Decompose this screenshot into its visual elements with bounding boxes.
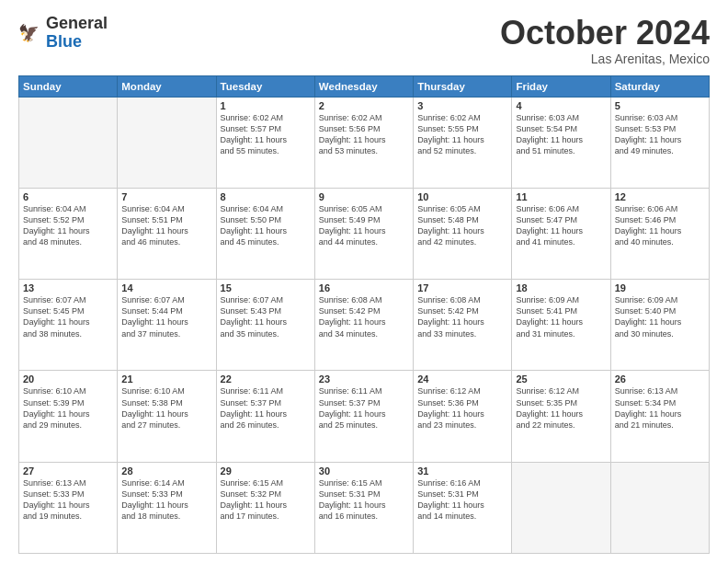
- table-row: 21Sunrise: 6:10 AMSunset: 5:38 PMDayligh…: [118, 371, 216, 462]
- col-tuesday: Tuesday: [216, 75, 314, 97]
- day-info: Sunrise: 6:07 AMSunset: 5:45 PMDaylight:…: [23, 294, 113, 339]
- col-wednesday: Wednesday: [314, 75, 413, 97]
- day-number: 27: [23, 465, 113, 477]
- day-number: 31: [417, 465, 507, 477]
- calendar-week-row: 20Sunrise: 6:10 AMSunset: 5:39 PMDayligh…: [19, 371, 710, 462]
- day-number: 20: [23, 373, 113, 385]
- day-number: 11: [516, 191, 606, 202]
- day-number: 6: [23, 191, 113, 202]
- table-row: 6Sunrise: 6:04 AMSunset: 5:52 PMDaylight…: [19, 188, 118, 279]
- table-row: 23Sunrise: 6:11 AMSunset: 5:37 PMDayligh…: [314, 371, 413, 462]
- table-row: 29Sunrise: 6:15 AMSunset: 5:32 PMDayligh…: [216, 462, 314, 553]
- title-area: October 2024 Las Arenitas, Mexico: [500, 15, 710, 66]
- col-sunday: Sunday: [19, 75, 118, 97]
- day-number: 10: [417, 191, 507, 202]
- day-number: 8: [221, 191, 311, 202]
- day-info: Sunrise: 6:15 AMSunset: 5:31 PMDaylight:…: [319, 477, 409, 523]
- day-info: Sunrise: 6:09 AMSunset: 5:40 PMDaylight:…: [615, 294, 705, 339]
- day-number: 7: [121, 191, 211, 202]
- day-info: Sunrise: 6:11 AMSunset: 5:37 PMDaylight:…: [319, 385, 409, 431]
- table-row: 10Sunrise: 6:05 AMSunset: 5:48 PMDayligh…: [414, 188, 512, 279]
- day-number: 9: [319, 191, 409, 202]
- day-number: 25: [516, 373, 606, 385]
- day-info: Sunrise: 6:04 AMSunset: 5:50 PMDaylight:…: [221, 203, 311, 248]
- col-thursday: Thursday: [414, 75, 512, 97]
- day-info: Sunrise: 6:08 AMSunset: 5:42 PMDaylight:…: [417, 294, 507, 339]
- logo-bird-icon: 🦅: [18, 20, 44, 46]
- day-info: Sunrise: 6:07 AMSunset: 5:43 PMDaylight:…: [221, 294, 311, 339]
- day-number: 29: [221, 465, 311, 477]
- table-row: 24Sunrise: 6:12 AMSunset: 5:36 PMDayligh…: [414, 371, 512, 462]
- day-info: Sunrise: 6:09 AMSunset: 5:41 PMDaylight:…: [516, 294, 606, 339]
- day-info: Sunrise: 6:12 AMSunset: 5:35 PMDaylight:…: [516, 385, 606, 431]
- table-row: 16Sunrise: 6:08 AMSunset: 5:42 PMDayligh…: [314, 280, 413, 371]
- table-row: [610, 462, 709, 553]
- table-row: 28Sunrise: 6:14 AMSunset: 5:33 PMDayligh…: [118, 462, 216, 553]
- day-number: 4: [516, 100, 606, 111]
- day-info: Sunrise: 6:13 AMSunset: 5:33 PMDaylight:…: [23, 477, 113, 523]
- svg-text:🦅: 🦅: [18, 22, 40, 42]
- day-info: Sunrise: 6:02 AMSunset: 5:57 PMDaylight:…: [221, 112, 311, 157]
- table-row: 19Sunrise: 6:09 AMSunset: 5:40 PMDayligh…: [610, 280, 709, 371]
- table-row: 12Sunrise: 6:06 AMSunset: 5:46 PMDayligh…: [610, 188, 709, 279]
- table-row: [19, 97, 118, 188]
- day-number: 28: [121, 465, 211, 477]
- month-title: October 2024: [500, 15, 710, 52]
- logo-general: General: [46, 14, 108, 32]
- day-number: 24: [417, 373, 507, 385]
- table-row: 18Sunrise: 6:09 AMSunset: 5:41 PMDayligh…: [512, 280, 610, 371]
- page: 🦅 General Blue October 2024 Las Arenitas…: [0, 0, 728, 563]
- day-number: 16: [319, 282, 409, 293]
- day-number: 14: [121, 282, 211, 293]
- day-info: Sunrise: 6:10 AMSunset: 5:38 PMDaylight:…: [121, 385, 211, 431]
- day-number: 21: [121, 373, 211, 385]
- day-info: Sunrise: 6:06 AMSunset: 5:46 PMDaylight:…: [615, 203, 705, 248]
- day-number: 3: [417, 100, 507, 111]
- table-row: 22Sunrise: 6:11 AMSunset: 5:37 PMDayligh…: [216, 371, 314, 462]
- day-info: Sunrise: 6:07 AMSunset: 5:44 PMDaylight:…: [121, 294, 211, 339]
- header: 🦅 General Blue October 2024 Las Arenitas…: [18, 15, 710, 66]
- day-info: Sunrise: 6:02 AMSunset: 5:55 PMDaylight:…: [417, 112, 507, 157]
- table-row: 5Sunrise: 6:03 AMSunset: 5:53 PMDaylight…: [610, 97, 709, 188]
- table-row: 15Sunrise: 6:07 AMSunset: 5:43 PMDayligh…: [216, 280, 314, 371]
- table-row: 26Sunrise: 6:13 AMSunset: 5:34 PMDayligh…: [610, 371, 709, 462]
- day-number: 13: [23, 282, 113, 293]
- day-number: 15: [221, 282, 311, 293]
- day-number: 17: [417, 282, 507, 293]
- day-number: 19: [615, 282, 705, 293]
- col-monday: Monday: [118, 75, 216, 97]
- day-number: 23: [319, 373, 409, 385]
- location: Las Arenitas, Mexico: [500, 52, 710, 66]
- table-row: 9Sunrise: 6:05 AMSunset: 5:49 PMDaylight…: [314, 188, 413, 279]
- calendar-week-row: 13Sunrise: 6:07 AMSunset: 5:45 PMDayligh…: [19, 280, 710, 371]
- calendar-week-row: 6Sunrise: 6:04 AMSunset: 5:52 PMDaylight…: [19, 188, 710, 279]
- day-number: 30: [319, 465, 409, 477]
- calendar-week-row: 27Sunrise: 6:13 AMSunset: 5:33 PMDayligh…: [19, 462, 710, 553]
- table-row: 14Sunrise: 6:07 AMSunset: 5:44 PMDayligh…: [118, 280, 216, 371]
- day-number: 22: [221, 373, 311, 385]
- table-row: [118, 97, 216, 188]
- day-info: Sunrise: 6:02 AMSunset: 5:56 PMDaylight:…: [319, 112, 409, 157]
- col-saturday: Saturday: [610, 75, 709, 97]
- table-row: 17Sunrise: 6:08 AMSunset: 5:42 PMDayligh…: [414, 280, 512, 371]
- table-row: 8Sunrise: 6:04 AMSunset: 5:50 PMDaylight…: [216, 188, 314, 279]
- table-row: 31Sunrise: 6:16 AMSunset: 5:31 PMDayligh…: [414, 462, 512, 553]
- calendar-table: Sunday Monday Tuesday Wednesday Thursday…: [18, 75, 710, 554]
- day-info: Sunrise: 6:04 AMSunset: 5:52 PMDaylight:…: [23, 203, 113, 248]
- table-row: 1Sunrise: 6:02 AMSunset: 5:57 PMDaylight…: [216, 97, 314, 188]
- table-row: 13Sunrise: 6:07 AMSunset: 5:45 PMDayligh…: [19, 280, 118, 371]
- calendar-header-row: Sunday Monday Tuesday Wednesday Thursday…: [19, 75, 710, 97]
- table-row: 2Sunrise: 6:02 AMSunset: 5:56 PMDaylight…: [314, 97, 413, 188]
- day-info: Sunrise: 6:15 AMSunset: 5:32 PMDaylight:…: [221, 477, 311, 523]
- table-row: 3Sunrise: 6:02 AMSunset: 5:55 PMDaylight…: [414, 97, 512, 188]
- logo-blue: Blue: [46, 32, 82, 51]
- day-info: Sunrise: 6:16 AMSunset: 5:31 PMDaylight:…: [417, 477, 507, 523]
- day-number: 18: [516, 282, 606, 293]
- table-row: 30Sunrise: 6:15 AMSunset: 5:31 PMDayligh…: [314, 462, 413, 553]
- table-row: 25Sunrise: 6:12 AMSunset: 5:35 PMDayligh…: [512, 371, 610, 462]
- logo-text: General Blue: [46, 15, 108, 52]
- day-number: 2: [319, 100, 409, 111]
- day-number: 5: [615, 100, 705, 111]
- table-row: 20Sunrise: 6:10 AMSunset: 5:39 PMDayligh…: [19, 371, 118, 462]
- day-number: 1: [221, 100, 311, 111]
